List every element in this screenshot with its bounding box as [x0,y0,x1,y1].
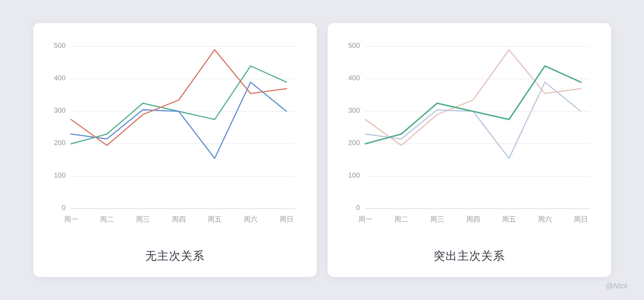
y-label-0: 0 [62,204,65,212]
x-label-sun: 周日 [279,215,294,223]
y-label-300: 300 [54,106,65,114]
x-label-mon: 周一 [64,215,78,223]
x2-label-thu: 周四 [466,215,480,223]
x2-label-mon: 周一 [358,215,372,223]
line-red-1 [71,50,286,145]
y2-label-100: 100 [348,171,360,179]
x2-label-sat: 周六 [538,215,552,223]
chart2-title: 突出主次关系 [434,248,505,264]
y-label-400: 400 [54,74,65,82]
y2-label-500: 500 [348,41,360,49]
chart-with-hierarchy: 500 400 300 200 100 0 周一 周二 周三 周四 周五 周六 … [344,39,595,238]
y2-label-200: 200 [348,139,360,147]
y-label-200: 200 [54,139,65,147]
chart-no-hierarchy: 500 400 300 200 100 0 周一 周二 周三 周四 周五 周六 … [49,39,301,238]
y2-label-300: 300 [348,106,360,114]
watermark: @Nick [605,282,628,290]
line-red-2 [365,50,581,145]
line-blue-2 [365,82,581,158]
line-green-2 [365,66,581,144]
x-label-tue: 周二 [100,215,114,223]
chart1-title: 无主次关系 [145,248,205,264]
x2-label-tue: 周二 [394,215,408,223]
y-label-500: 500 [54,41,65,49]
x-label-wed: 周三 [136,215,150,223]
y2-label-0: 0 [356,204,360,212]
x-label-fri: 周五 [208,215,222,223]
y-label-100: 100 [54,171,65,179]
x2-label-fri: 周五 [502,215,516,223]
y2-label-400: 400 [348,74,360,82]
x-label-thu: 周四 [172,215,186,223]
x2-label-wed: 周三 [430,215,444,223]
main-container: 500 400 300 200 100 0 周一 周二 周三 周四 周五 周六 … [0,0,644,300]
card-no-hierarchy: 500 400 300 200 100 0 周一 周二 周三 周四 周五 周六 … [33,23,317,277]
x2-label-sun: 周日 [574,215,588,223]
line-blue-1 [71,82,286,158]
card-with-hierarchy: 500 400 300 200 100 0 周一 周二 周三 周四 周五 周六 … [328,23,611,277]
line-green-1 [71,66,286,144]
x-label-sat: 周六 [244,215,258,223]
